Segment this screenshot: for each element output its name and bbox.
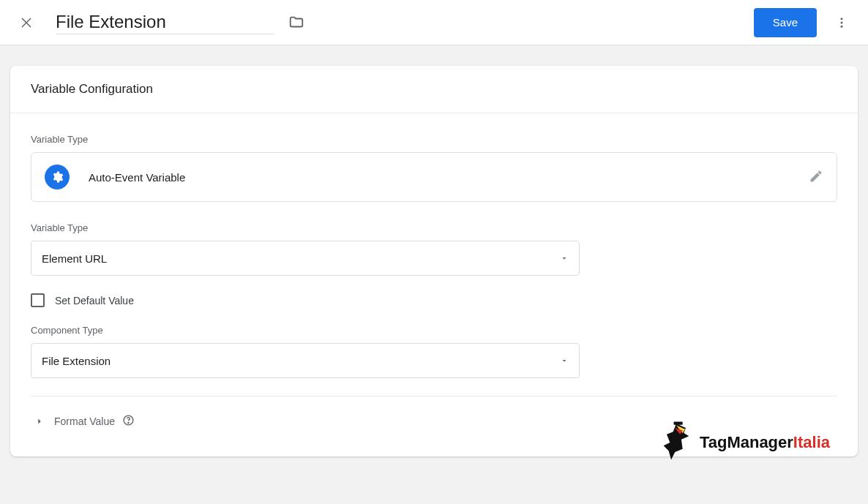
selected-variable-type: Auto-Event Variable bbox=[89, 171, 809, 184]
folder-icon[interactable] bbox=[286, 12, 307, 33]
pencil-icon bbox=[809, 169, 823, 186]
bird-icon bbox=[657, 420, 695, 465]
checkbox-icon bbox=[31, 293, 45, 307]
svg-point-3 bbox=[841, 21, 843, 23]
variable-name-input[interactable] bbox=[56, 10, 274, 34]
svg-point-4 bbox=[841, 25, 843, 27]
watermark-brand-1: TagManager bbox=[700, 433, 793, 451]
component-type-value: File Extension bbox=[42, 355, 560, 367]
component-type-label: Component Type bbox=[31, 325, 837, 336]
variable-type-selector[interactable]: Auto-Event Variable bbox=[31, 152, 837, 202]
svg-point-6 bbox=[128, 422, 129, 423]
set-default-value-checkbox[interactable]: Set Default Value bbox=[31, 293, 580, 307]
panel-heading: Variable Configuration bbox=[31, 82, 837, 97]
more-options-icon[interactable] bbox=[830, 11, 853, 34]
format-value-label: Format Value bbox=[54, 415, 115, 427]
component-type-select[interactable]: File Extension bbox=[31, 343, 580, 378]
checkbox-label: Set Default Value bbox=[55, 295, 134, 306]
variable-type-value: Element URL bbox=[42, 252, 560, 265]
svg-rect-7 bbox=[673, 421, 682, 424]
variable-configuration-panel: Variable Configuration Variable Type Aut… bbox=[10, 66, 858, 456]
caret-down-icon bbox=[560, 355, 569, 367]
svg-point-2 bbox=[841, 18, 843, 20]
variable-type-dropdown-label: Variable Type bbox=[31, 222, 837, 233]
help-icon[interactable] bbox=[122, 414, 135, 429]
caret-down-icon bbox=[560, 252, 569, 265]
variable-type-select[interactable]: Element URL bbox=[31, 241, 580, 276]
close-icon[interactable] bbox=[18, 14, 35, 31]
chevron-right-icon bbox=[31, 413, 48, 430]
gear-icon bbox=[45, 165, 70, 189]
save-button[interactable]: Save bbox=[754, 8, 817, 37]
watermark-logo: TagManagerItalia bbox=[657, 420, 830, 465]
watermark-brand-2: Italia bbox=[793, 433, 830, 451]
variable-type-heading-label: Variable Type bbox=[31, 134, 837, 145]
